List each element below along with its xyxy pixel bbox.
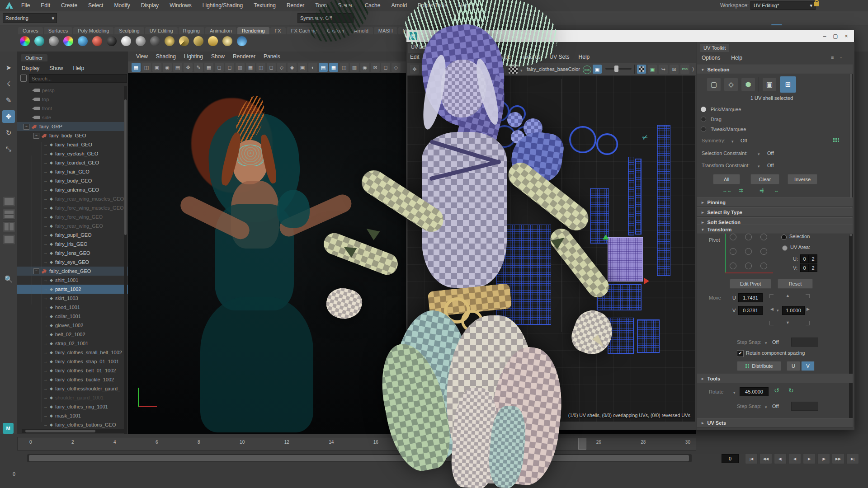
- section-pinning[interactable]: ▸Pinning: [697, 197, 853, 207]
- transform-constraint-value[interactable]: Off: [767, 163, 774, 168]
- lock-workspace-icon[interactable]: [814, 2, 819, 6]
- shelf-icon-render-globe[interactable]: [19, 35, 31, 47]
- menu-arnold[interactable]: Arnold: [391, 2, 407, 9]
- chevron-down-icon[interactable]: ▾: [520, 68, 523, 73]
- viewport-menu-shading[interactable]: Shading: [156, 53, 176, 60]
- uv-rotate-icon[interactable]: ↻: [421, 65, 430, 74]
- uv-shell-ring[interactable]: [515, 126, 535, 146]
- edit-pivot-button[interactable]: Edit Pivot: [730, 279, 771, 289]
- viewport-menu-lighting[interactable]: Lighting: [184, 53, 203, 60]
- shelf-tab-custom[interactable]: Custom: [322, 27, 349, 34]
- chevron-down-icon[interactable]: ▾: [731, 139, 734, 144]
- toolkit-menu-options[interactable]: Options: [702, 55, 720, 61]
- shelf-tab-surfaces[interactable]: Surfaces: [44, 27, 72, 34]
- outliner-item-shoulder-gaurd-1001[interactable]: →◆shoulder_gaurd_1001: [17, 393, 128, 402]
- shelf-tab-sculpting[interactable]: Sculpting: [114, 27, 144, 34]
- shelf-tab-arnold[interactable]: Arnold: [349, 27, 373, 34]
- chevron-down-icon[interactable]: ▾: [765, 405, 767, 409]
- viewport-shadows-icon[interactable]: ▤: [319, 63, 328, 72]
- chevron-down-icon[interactable]: ▾: [765, 341, 767, 345]
- isolate-select-icon[interactable]: ⊠: [670, 65, 679, 74]
- lasso-tool-icon[interactable]: ☇: [2, 78, 15, 90]
- time-tick-12[interactable]: 12: [284, 440, 289, 445]
- step-snap-value[interactable]: Off: [772, 339, 778, 345]
- shelf-icon-shaderball-rainbow[interactable]: [62, 35, 74, 47]
- u-min-field[interactable]: 0: [800, 254, 809, 263]
- chevron-down-icon[interactable]: ▾: [733, 390, 736, 395]
- menu-cache[interactable]: Cache: [365, 2, 381, 9]
- shelf-icon-shaderball-black[interactable]: [106, 35, 118, 47]
- rotate-ccw-icon[interactable]: ↺: [774, 387, 779, 394]
- radio-icon[interactable]: [701, 117, 706, 122]
- outliner-item-fairy-rear-wing-muscles-geo[interactable]: →◆fairy_rear_wing_muscles_GEO: [17, 194, 128, 203]
- uv-menu-textures[interactable]: Textures: [520, 54, 540, 60]
- viewport-menu-view[interactable]: View: [136, 53, 148, 60]
- outliner-item-fairy-clothes-strap-01-1001[interactable]: →◆fairy_clothes_strap_01_1001: [17, 357, 128, 366]
- menu-edit[interactable]: Edit: [41, 2, 50, 9]
- play-forwards-icon[interactable]: ▶: [803, 453, 816, 464]
- viewport-select-camera-icon[interactable]: ▦: [132, 63, 141, 72]
- viewport-image-plane-icon[interactable]: ▤: [173, 63, 182, 72]
- checker-pattern-select[interactable]: [509, 65, 518, 74]
- viewport-screen-space-ao-icon[interactable]: ▦: [329, 63, 338, 72]
- viewport-safe-action-icon[interactable]: ◫: [256, 63, 265, 72]
- zoom-tool-icon[interactable]: 🔍: [2, 273, 15, 286]
- current-time-indicator[interactable]: [578, 438, 586, 450]
- viewport-field-chart-icon[interactable]: ▦: [246, 63, 255, 72]
- scale-tool-icon[interactable]: ⤡: [2, 143, 15, 155]
- pivot-pos[interactable]: [760, 263, 767, 269]
- menu-windows[interactable]: Windows: [170, 2, 192, 9]
- uv-shell[interactable]: [637, 319, 660, 353]
- menu-display[interactable]: Display: [141, 2, 159, 9]
- section-select-by-type[interactable]: ▸Select By Type: [697, 207, 853, 217]
- menu-render[interactable]: Render: [287, 2, 304, 9]
- pivot-pos[interactable]: [745, 248, 752, 255]
- viewport-use-all-lights-icon[interactable]: ◐: [308, 63, 317, 72]
- symmetry-value[interactable]: Off: [741, 138, 747, 143]
- close-icon[interactable]: ×: [841, 32, 851, 40]
- workspace-selector[interactable]: UV Editing* ▾: [750, 1, 816, 10]
- outliner-item-fairy-fore-wing-muscles-geo[interactable]: →◆fairy_fore_wing_muscles_GEO: [17, 203, 128, 212]
- outliner-item-fairy-body-geo[interactable]: →◆fairy_body_GEO: [17, 176, 128, 185]
- rgb-channels-icon[interactable]: RGB: [583, 66, 591, 74]
- shelf-icon-spot-light[interactable]: [178, 35, 190, 47]
- move-step-field[interactable]: 1.0000: [782, 306, 805, 315]
- mode-row-drag[interactable]: Drag: [701, 114, 746, 124]
- rotate-angle-field[interactable]: 45.0000: [740, 387, 769, 396]
- shelf-icon-area-light[interactable]: [207, 35, 219, 47]
- uv-menu-modify[interactable]: Modify: [429, 54, 444, 60]
- uv-shell[interactable]: [496, 225, 551, 325]
- outliner-item-fairy-eyelash-geo[interactable]: →◆fairy_eyelash_GEO: [17, 149, 128, 158]
- radio-icon[interactable]: [701, 107, 706, 112]
- pivot-pos[interactable]: [730, 234, 736, 240]
- outliner-item-belt-02-1002[interactable]: →◆belt_02_1002: [17, 330, 128, 339]
- texture-image-icon[interactable]: ▣: [497, 65, 506, 74]
- menu-select[interactable]: Select: [88, 2, 103, 9]
- rotate-tool-icon[interactable]: ↻: [2, 127, 15, 139]
- shelf-icon-point-light[interactable]: [164, 35, 175, 47]
- uv-shell-strip[interactable]: [657, 125, 670, 276]
- step-back-frame-icon[interactable]: ◀|: [774, 453, 787, 464]
- time-tick-26[interactable]: 26: [596, 440, 601, 445]
- shelf-tab-poly-modeling[interactable]: Poly Modeling: [73, 27, 113, 34]
- menu-toon[interactable]: Toon: [315, 2, 327, 9]
- shrink-selection-icon[interactable]: →←: [722, 188, 731, 193]
- outliner-hscrollbar[interactable]: [22, 429, 124, 433]
- move-v-field[interactable]: 0.3781: [738, 306, 763, 315]
- shade-uvs-icon[interactable]: ▣: [648, 65, 657, 74]
- outliner-item-fairy-pupil-geo[interactable]: →◆fairy_pupil_GEO: [17, 230, 128, 239]
- layout-persp-outliner-icon[interactable]: [3, 234, 15, 245]
- uv-shell-ring[interactable]: [493, 125, 516, 148]
- rotate-step-snap-value[interactable]: Off: [772, 404, 778, 409]
- viewport-textured-icon[interactable]: ▣: [298, 63, 307, 72]
- mode-row-pick-marquee[interactable]: Pick/Marquee: [701, 104, 746, 114]
- step-forward-key-icon[interactable]: ▶▶: [832, 453, 844, 464]
- uv-menu-view[interactable]: View: [475, 54, 487, 60]
- uv-shell-ring[interactable]: [489, 101, 509, 122]
- outliner-item-fairy-rear-wing-geo[interactable]: →◆fairy_rear_wing_GEO: [17, 221, 128, 230]
- time-tick-30[interactable]: 30: [685, 440, 690, 445]
- toolkit-menu-help[interactable]: Help: [731, 55, 742, 61]
- shelf-tab-curves[interactable]: Curves: [18, 27, 43, 34]
- expand-toggle-icon[interactable]: −: [33, 268, 39, 274]
- time-tick-10[interactable]: 10: [240, 440, 245, 445]
